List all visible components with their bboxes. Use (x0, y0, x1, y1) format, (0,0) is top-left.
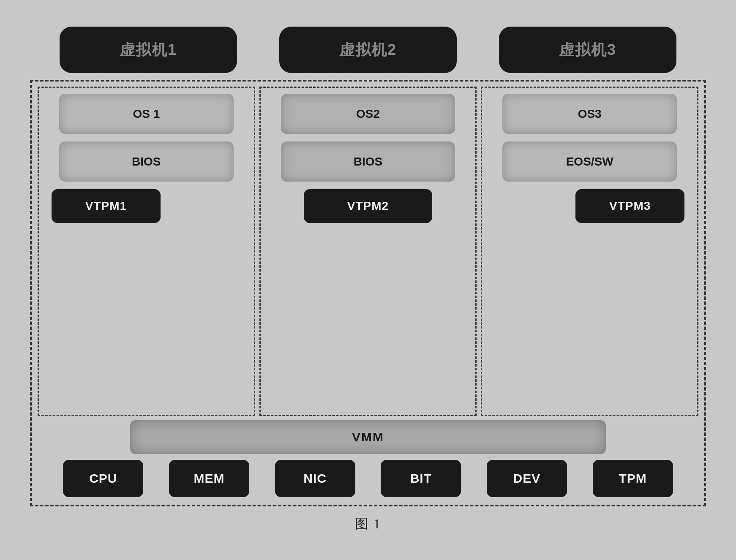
vm2-title-box: 虚拟机2 (279, 27, 457, 73)
os2-label: OS2 (356, 107, 380, 121)
vmm-box: VMM (130, 420, 606, 454)
bios2-label: BIOS (354, 155, 382, 169)
vtpm1-label: VTPM1 (85, 199, 127, 213)
bit-box: BIT (381, 460, 461, 497)
vmm-label: VMM (352, 430, 384, 444)
os3-box: OS3 (502, 94, 676, 134)
eossw-box: EOS/SW (502, 141, 676, 182)
vtpm2-label: VTPM2 (347, 199, 389, 213)
os1-label: OS 1 (133, 107, 160, 121)
vm2-title: 虚拟机2 (339, 40, 397, 60)
mem-box: MEM (169, 460, 249, 497)
vm3-title-box: 虚拟机3 (499, 27, 676, 73)
vmm-row: VMM (38, 420, 698, 454)
tpm-label: TPM (619, 471, 646, 486)
bios1-box: BIOS (59, 141, 233, 182)
vm1-title: 虚拟机1 (120, 40, 177, 60)
nic-box: NIC (275, 460, 355, 497)
figure-caption: 图 1 (355, 515, 381, 533)
vm1-title-box: 虚拟机1 (60, 27, 237, 73)
os3-label: OS3 (578, 107, 602, 121)
mem-label: MEM (194, 471, 224, 486)
bit-label: BIT (410, 471, 432, 486)
eossw-label: EOS/SW (566, 155, 613, 169)
column1: OS 1 BIOS VTPM1 (38, 87, 255, 416)
os1-box: OS 1 (59, 94, 233, 134)
cpu-label: CPU (89, 471, 117, 486)
vtpm3-box: VTPM3 (575, 189, 684, 223)
vtpm1-box: VTPM1 (52, 189, 161, 223)
tpm-box: TPM (593, 460, 673, 497)
bios2-box: BIOS (281, 141, 455, 182)
os2-box: OS2 (281, 94, 455, 134)
column2: OS2 BIOS VTPM2 (259, 87, 477, 416)
caption-text: 图 1 (355, 516, 381, 531)
vm3-title: 虚拟机3 (559, 40, 616, 60)
column3: OS3 EOS/SW VTPM3 (481, 87, 698, 416)
vtpm2-box: VTPM2 (304, 189, 433, 223)
vm-title-row: 虚拟机1 虚拟机2 虚拟机3 (30, 27, 706, 73)
hardware-row: CPU MEM NIC BIT DEV TPM (38, 457, 698, 499)
content-area: OS 1 BIOS VTPM1 OS2 B (30, 80, 706, 506)
dev-label: DEV (513, 471, 541, 486)
bios1-label: BIOS (132, 155, 161, 169)
nic-label: NIC (303, 471, 327, 486)
cpu-box: CPU (63, 460, 143, 497)
vtpm3-label: VTPM3 (609, 199, 651, 213)
dev-box: DEV (487, 460, 567, 497)
columns-row: OS 1 BIOS VTPM1 OS2 B (38, 87, 698, 416)
main-container: 虚拟机1 虚拟机2 虚拟机3 OS 1 BIOS (30, 27, 706, 533)
